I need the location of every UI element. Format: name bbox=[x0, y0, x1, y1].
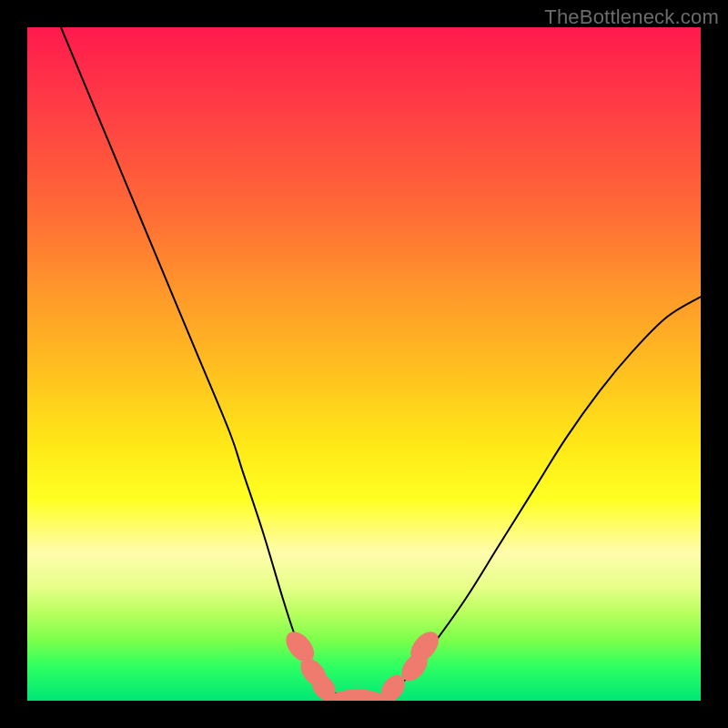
chart-svg bbox=[27, 27, 701, 701]
bottleneck-curve bbox=[61, 27, 701, 701]
curve-marker bbox=[330, 689, 384, 701]
chart-frame: TheBottleneck.com bbox=[0, 0, 728, 728]
curve-group bbox=[61, 27, 701, 701]
marker-group bbox=[280, 626, 444, 701]
watermark-text: TheBottleneck.com bbox=[544, 5, 719, 29]
plot-area bbox=[27, 27, 701, 701]
